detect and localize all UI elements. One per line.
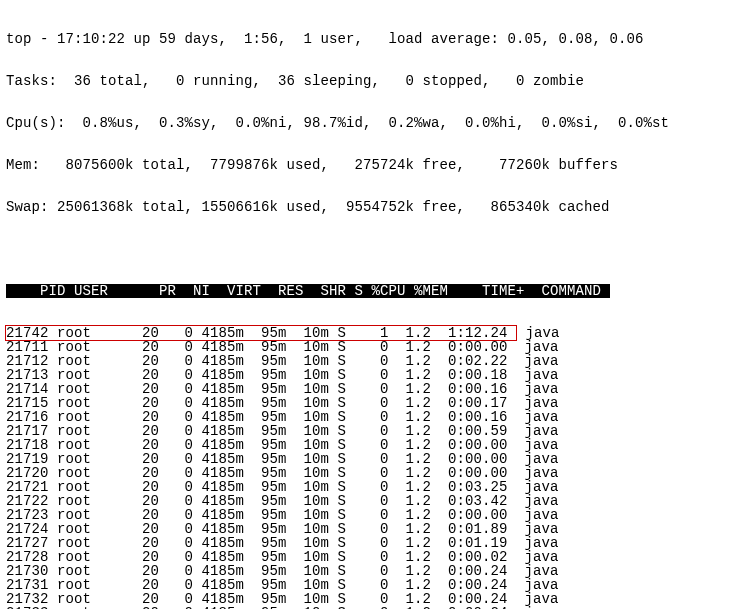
process-row: 21723 root 20 0 4185m 95m 10m S 0 1.2 0:… bbox=[6, 508, 727, 522]
summary-line-2: Tasks: 36 total, 0 running, 36 sleeping,… bbox=[6, 74, 727, 88]
terminal-output: top - 17:10:22 up 59 days, 1:56, 1 user,… bbox=[0, 0, 733, 609]
process-row: 21716 root 20 0 4185m 95m 10m S 0 1.2 0:… bbox=[6, 410, 727, 424]
process-row: 21742 root 20 0 4185m 95m 10m S 1 1.2 1:… bbox=[6, 326, 727, 340]
column-header: PID USER PR NI VIRT RES SHR S %CPU %MEM … bbox=[6, 284, 610, 298]
process-row: 21732 root 20 0 4185m 95m 10m S 0 1.2 0:… bbox=[6, 592, 727, 606]
process-row: 21722 root 20 0 4185m 95m 10m S 0 1.2 0:… bbox=[6, 494, 727, 508]
process-row: 21711 root 20 0 4185m 95m 10m S 0 1.2 0:… bbox=[6, 340, 727, 354]
summary-line-5: Swap: 25061368k total, 15506616k used, 9… bbox=[6, 200, 727, 214]
summary-line-3: Cpu(s): 0.8%us, 0.3%sy, 0.0%ni, 98.7%id,… bbox=[6, 116, 727, 130]
process-row: 21719 root 20 0 4185m 95m 10m S 0 1.2 0:… bbox=[6, 452, 727, 466]
summary-line-1: top - 17:10:22 up 59 days, 1:56, 1 user,… bbox=[6, 32, 727, 46]
process-row: 21718 root 20 0 4185m 95m 10m S 0 1.2 0:… bbox=[6, 438, 727, 452]
process-list: 21742 root 20 0 4185m 95m 10m S 1 1.2 1:… bbox=[6, 326, 727, 609]
blank-line bbox=[6, 242, 727, 256]
process-row: 21717 root 20 0 4185m 95m 10m S 0 1.2 0:… bbox=[6, 424, 727, 438]
process-row: 21724 root 20 0 4185m 95m 10m S 0 1.2 0:… bbox=[6, 522, 727, 536]
process-row: 21714 root 20 0 4185m 95m 10m S 0 1.2 0:… bbox=[6, 382, 727, 396]
process-row: 21712 root 20 0 4185m 95m 10m S 0 1.2 0:… bbox=[6, 354, 727, 368]
process-row: 21727 root 20 0 4185m 95m 10m S 0 1.2 0:… bbox=[6, 536, 727, 550]
process-row: 21730 root 20 0 4185m 95m 10m S 0 1.2 0:… bbox=[6, 564, 727, 578]
process-row: 21731 root 20 0 4185m 95m 10m S 0 1.2 0:… bbox=[6, 578, 727, 592]
header-line: PID USER PR NI VIRT RES SHR S %CPU %MEM … bbox=[6, 284, 727, 298]
process-row: 21713 root 20 0 4185m 95m 10m S 0 1.2 0:… bbox=[6, 368, 727, 382]
process-row: 21728 root 20 0 4185m 95m 10m S 0 1.2 0:… bbox=[6, 550, 727, 564]
process-row: 21720 root 20 0 4185m 95m 10m S 0 1.2 0:… bbox=[6, 466, 727, 480]
process-row: 21721 root 20 0 4185m 95m 10m S 0 1.2 0:… bbox=[6, 480, 727, 494]
summary-line-4: Mem: 8075600k total, 7799876k used, 2757… bbox=[6, 158, 727, 172]
process-row: 21715 root 20 0 4185m 95m 10m S 0 1.2 0:… bbox=[6, 396, 727, 410]
